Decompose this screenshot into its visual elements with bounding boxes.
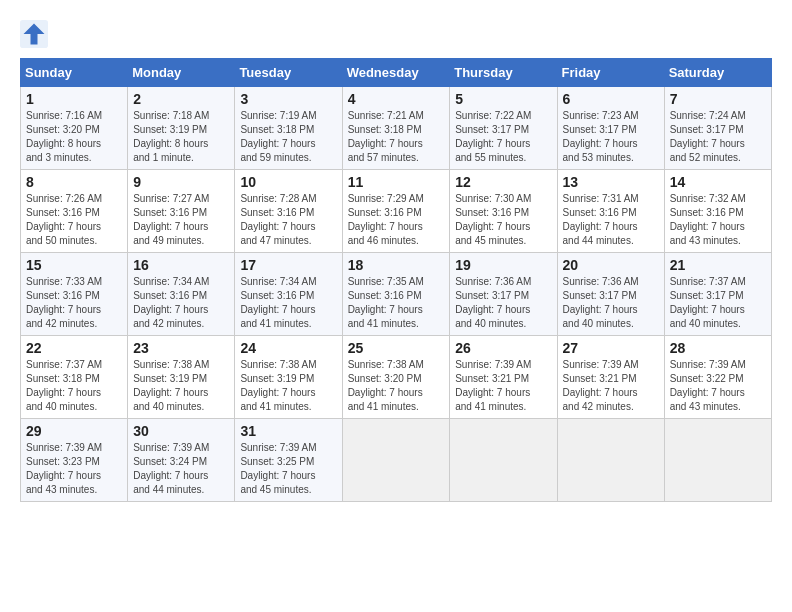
week-row-4: 22Sunrise: 7:37 AM Sunset: 3:18 PM Dayli… <box>21 336 772 419</box>
day-cell: 26Sunrise: 7:39 AM Sunset: 3:21 PM Dayli… <box>450 336 557 419</box>
day-header-tuesday: Tuesday <box>235 59 342 87</box>
day-cell: 27Sunrise: 7:39 AM Sunset: 3:21 PM Dayli… <box>557 336 664 419</box>
week-row-3: 15Sunrise: 7:33 AM Sunset: 3:16 PM Dayli… <box>21 253 772 336</box>
logo-icon <box>20 20 48 48</box>
day-cell: 20Sunrise: 7:36 AM Sunset: 3:17 PM Dayli… <box>557 253 664 336</box>
day-cell: 1Sunrise: 7:16 AM Sunset: 3:20 PM Daylig… <box>21 87 128 170</box>
day-info: Sunrise: 7:39 AM Sunset: 3:25 PM Dayligh… <box>240 441 336 497</box>
day-info: Sunrise: 7:18 AM Sunset: 3:19 PM Dayligh… <box>133 109 229 165</box>
day-number: 8 <box>26 174 122 190</box>
day-info: Sunrise: 7:35 AM Sunset: 3:16 PM Dayligh… <box>348 275 445 331</box>
day-number: 16 <box>133 257 229 273</box>
day-info: Sunrise: 7:36 AM Sunset: 3:17 PM Dayligh… <box>563 275 659 331</box>
day-number: 28 <box>670 340 766 356</box>
day-number: 9 <box>133 174 229 190</box>
day-cell: 19Sunrise: 7:36 AM Sunset: 3:17 PM Dayli… <box>450 253 557 336</box>
day-number: 30 <box>133 423 229 439</box>
day-number: 13 <box>563 174 659 190</box>
day-number: 26 <box>455 340 551 356</box>
day-info: Sunrise: 7:22 AM Sunset: 3:17 PM Dayligh… <box>455 109 551 165</box>
day-cell: 14Sunrise: 7:32 AM Sunset: 3:16 PM Dayli… <box>664 170 771 253</box>
day-cell: 3Sunrise: 7:19 AM Sunset: 3:18 PM Daylig… <box>235 87 342 170</box>
day-info: Sunrise: 7:24 AM Sunset: 3:17 PM Dayligh… <box>670 109 766 165</box>
calendar-table: SundayMondayTuesdayWednesdayThursdayFrid… <box>20 58 772 502</box>
day-cell: 5Sunrise: 7:22 AM Sunset: 3:17 PM Daylig… <box>450 87 557 170</box>
day-info: Sunrise: 7:38 AM Sunset: 3:20 PM Dayligh… <box>348 358 445 414</box>
day-info: Sunrise: 7:34 AM Sunset: 3:16 PM Dayligh… <box>133 275 229 331</box>
day-info: Sunrise: 7:39 AM Sunset: 3:24 PM Dayligh… <box>133 441 229 497</box>
week-row-2: 8Sunrise: 7:26 AM Sunset: 3:16 PM Daylig… <box>21 170 772 253</box>
day-cell <box>664 419 771 502</box>
day-cell: 29Sunrise: 7:39 AM Sunset: 3:23 PM Dayli… <box>21 419 128 502</box>
day-header-saturday: Saturday <box>664 59 771 87</box>
day-number: 31 <box>240 423 336 439</box>
day-info: Sunrise: 7:30 AM Sunset: 3:16 PM Dayligh… <box>455 192 551 248</box>
week-row-5: 29Sunrise: 7:39 AM Sunset: 3:23 PM Dayli… <box>21 419 772 502</box>
week-row-1: 1Sunrise: 7:16 AM Sunset: 3:20 PM Daylig… <box>21 87 772 170</box>
day-info: Sunrise: 7:19 AM Sunset: 3:18 PM Dayligh… <box>240 109 336 165</box>
day-info: Sunrise: 7:39 AM Sunset: 3:23 PM Dayligh… <box>26 441 122 497</box>
day-cell: 2Sunrise: 7:18 AM Sunset: 3:19 PM Daylig… <box>128 87 235 170</box>
day-info: Sunrise: 7:34 AM Sunset: 3:16 PM Dayligh… <box>240 275 336 331</box>
day-info: Sunrise: 7:29 AM Sunset: 3:16 PM Dayligh… <box>348 192 445 248</box>
day-number: 20 <box>563 257 659 273</box>
day-number: 21 <box>670 257 766 273</box>
day-cell: 17Sunrise: 7:34 AM Sunset: 3:16 PM Dayli… <box>235 253 342 336</box>
day-number: 6 <box>563 91 659 107</box>
day-cell: 18Sunrise: 7:35 AM Sunset: 3:16 PM Dayli… <box>342 253 450 336</box>
day-number: 23 <box>133 340 229 356</box>
day-cell: 10Sunrise: 7:28 AM Sunset: 3:16 PM Dayli… <box>235 170 342 253</box>
day-number: 1 <box>26 91 122 107</box>
day-cell: 22Sunrise: 7:37 AM Sunset: 3:18 PM Dayli… <box>21 336 128 419</box>
day-header-thursday: Thursday <box>450 59 557 87</box>
day-number: 24 <box>240 340 336 356</box>
day-cell: 24Sunrise: 7:38 AM Sunset: 3:19 PM Dayli… <box>235 336 342 419</box>
day-number: 11 <box>348 174 445 190</box>
day-cell <box>342 419 450 502</box>
day-info: Sunrise: 7:39 AM Sunset: 3:21 PM Dayligh… <box>455 358 551 414</box>
day-info: Sunrise: 7:36 AM Sunset: 3:17 PM Dayligh… <box>455 275 551 331</box>
day-cell: 30Sunrise: 7:39 AM Sunset: 3:24 PM Dayli… <box>128 419 235 502</box>
day-cell: 31Sunrise: 7:39 AM Sunset: 3:25 PM Dayli… <box>235 419 342 502</box>
day-number: 12 <box>455 174 551 190</box>
day-info: Sunrise: 7:37 AM Sunset: 3:17 PM Dayligh… <box>670 275 766 331</box>
day-info: Sunrise: 7:38 AM Sunset: 3:19 PM Dayligh… <box>133 358 229 414</box>
day-number: 29 <box>26 423 122 439</box>
day-info: Sunrise: 7:39 AM Sunset: 3:21 PM Dayligh… <box>563 358 659 414</box>
day-number: 19 <box>455 257 551 273</box>
day-header-wednesday: Wednesday <box>342 59 450 87</box>
day-cell: 4Sunrise: 7:21 AM Sunset: 3:18 PM Daylig… <box>342 87 450 170</box>
day-number: 10 <box>240 174 336 190</box>
day-number: 14 <box>670 174 766 190</box>
day-cell: 25Sunrise: 7:38 AM Sunset: 3:20 PM Dayli… <box>342 336 450 419</box>
day-number: 22 <box>26 340 122 356</box>
day-cell: 9Sunrise: 7:27 AM Sunset: 3:16 PM Daylig… <box>128 170 235 253</box>
day-info: Sunrise: 7:23 AM Sunset: 3:17 PM Dayligh… <box>563 109 659 165</box>
day-info: Sunrise: 7:39 AM Sunset: 3:22 PM Dayligh… <box>670 358 766 414</box>
day-number: 17 <box>240 257 336 273</box>
day-header-friday: Friday <box>557 59 664 87</box>
day-cell: 12Sunrise: 7:30 AM Sunset: 3:16 PM Dayli… <box>450 170 557 253</box>
day-number: 25 <box>348 340 445 356</box>
day-header-monday: Monday <box>128 59 235 87</box>
day-info: Sunrise: 7:16 AM Sunset: 3:20 PM Dayligh… <box>26 109 122 165</box>
day-info: Sunrise: 7:31 AM Sunset: 3:16 PM Dayligh… <box>563 192 659 248</box>
day-number: 7 <box>670 91 766 107</box>
day-info: Sunrise: 7:28 AM Sunset: 3:16 PM Dayligh… <box>240 192 336 248</box>
day-number: 27 <box>563 340 659 356</box>
day-number: 15 <box>26 257 122 273</box>
header <box>20 20 772 48</box>
day-cell: 11Sunrise: 7:29 AM Sunset: 3:16 PM Dayli… <box>342 170 450 253</box>
day-number: 2 <box>133 91 229 107</box>
day-cell <box>557 419 664 502</box>
logo <box>20 20 54 48</box>
day-number: 5 <box>455 91 551 107</box>
day-header-sunday: Sunday <box>21 59 128 87</box>
day-number: 4 <box>348 91 445 107</box>
day-header-row: SundayMondayTuesdayWednesdayThursdayFrid… <box>21 59 772 87</box>
day-number: 3 <box>240 91 336 107</box>
day-number: 18 <box>348 257 445 273</box>
day-cell: 16Sunrise: 7:34 AM Sunset: 3:16 PM Dayli… <box>128 253 235 336</box>
day-cell: 8Sunrise: 7:26 AM Sunset: 3:16 PM Daylig… <box>21 170 128 253</box>
day-info: Sunrise: 7:26 AM Sunset: 3:16 PM Dayligh… <box>26 192 122 248</box>
